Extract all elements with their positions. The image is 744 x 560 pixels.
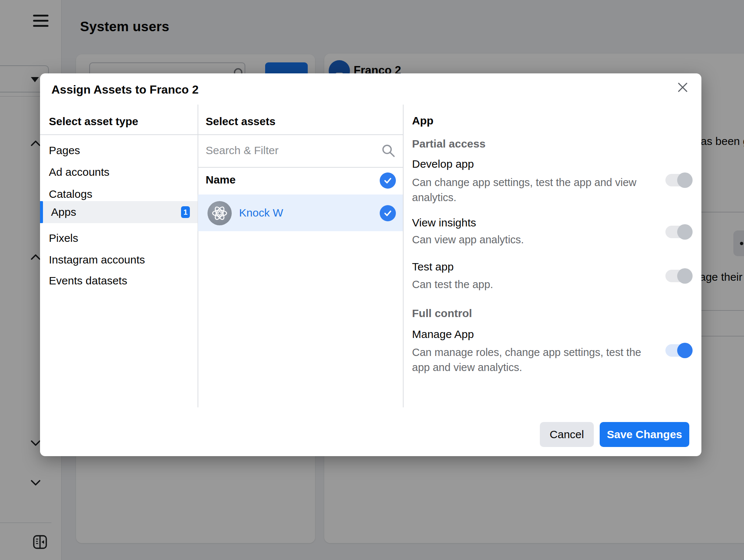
manage-app-toggle[interactable] bbox=[665, 344, 692, 357]
close-button[interactable] bbox=[674, 79, 691, 96]
perm-manage-app-title: Manage App bbox=[412, 328, 474, 341]
assets-header: Select assets bbox=[206, 115, 275, 128]
toggle-knob bbox=[677, 224, 693, 240]
asset-checkbox[interactable] bbox=[380, 205, 396, 221]
asset-type-pages[interactable]: Pages bbox=[40, 139, 198, 161]
apps-count-badge: 1 bbox=[181, 206, 190, 218]
develop-app-toggle[interactable] bbox=[665, 174, 692, 186]
perm-view-insights-desc: Can view app analytics. bbox=[412, 232, 651, 247]
perm-view-insights-title: View insights bbox=[412, 217, 476, 229]
search-filter-input[interactable] bbox=[206, 139, 353, 161]
asset-type-apps[interactable]: Apps 1 bbox=[40, 201, 198, 223]
perm-test-app-title: Test app bbox=[412, 261, 454, 273]
dialog-title: Assign Assets to Franco 2 bbox=[51, 83, 199, 97]
check-icon bbox=[383, 176, 393, 185]
atom-icon bbox=[211, 204, 228, 222]
view-insights-toggle[interactable] bbox=[665, 226, 692, 238]
app-avatar bbox=[207, 201, 232, 225]
toggle-knob bbox=[677, 172, 693, 188]
column-divider bbox=[198, 105, 198, 407]
save-changes-button[interactable]: Save Changes bbox=[600, 422, 689, 447]
assets-list-header: Name bbox=[206, 174, 236, 186]
test-app-toggle[interactable] bbox=[665, 270, 692, 282]
cancel-button[interactable]: Cancel bbox=[540, 422, 594, 447]
search-icon bbox=[382, 144, 396, 158]
asset-type-header: Select asset type bbox=[49, 115, 138, 128]
asset-type-events-datasets[interactable]: Events datasets bbox=[40, 270, 198, 292]
perm-test-app-desc: Can test the app. bbox=[412, 277, 651, 292]
column-divider bbox=[403, 105, 404, 407]
check-icon bbox=[383, 208, 393, 218]
asset-type-instagram-accounts[interactable]: Instagram accounts bbox=[40, 249, 198, 271]
toggle-knob bbox=[677, 268, 693, 284]
perm-develop-app-desc: Can change app settings, test the app an… bbox=[412, 175, 651, 205]
perm-develop-app-title: Develop app bbox=[412, 158, 474, 170]
toggle-knob bbox=[677, 343, 693, 358]
assign-assets-dialog: Assign Assets to Franco 2 Select asset t… bbox=[40, 73, 701, 456]
asset-name: Knock W bbox=[239, 207, 283, 219]
close-icon bbox=[676, 81, 689, 94]
asset-type-pixels[interactable]: Pixels bbox=[40, 227, 198, 249]
header-divider bbox=[40, 134, 403, 135]
section-partial-access: Partial access bbox=[412, 138, 485, 150]
section-full-control: Full control bbox=[412, 307, 472, 320]
select-all-checkbox[interactable] bbox=[380, 172, 396, 189]
asset-type-ad-accounts[interactable]: Ad accounts bbox=[40, 161, 198, 183]
selected-indicator bbox=[40, 201, 43, 223]
permissions-header: App bbox=[412, 114, 433, 127]
search-divider bbox=[198, 167, 403, 168]
perm-manage-app-desc: Can manage roles, change app settings, t… bbox=[412, 345, 651, 375]
